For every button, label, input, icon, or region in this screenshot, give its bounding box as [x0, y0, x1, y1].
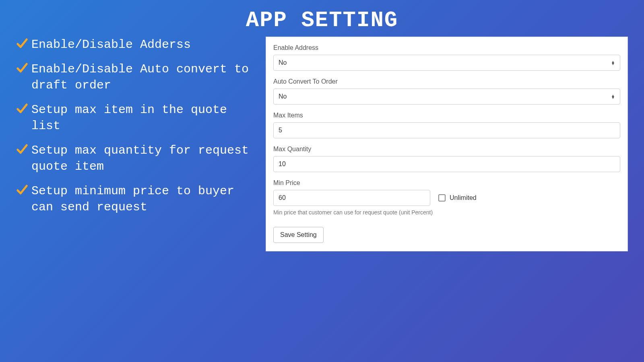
auto-convert-value: No — [279, 93, 287, 100]
feature-list: Enable/Disable Adderss Enable/Disable Au… — [16, 37, 258, 354]
check-icon — [16, 103, 28, 117]
enable-address-label: Enable Address — [273, 44, 620, 51]
check-icon — [16, 37, 28, 51]
auto-convert-select[interactable]: No ▲▼ — [273, 88, 620, 105]
feature-item: Enable/Disable Auto convert to draft ord… — [16, 61, 258, 94]
feature-item: Enable/Disable Adderss — [16, 37, 258, 53]
feature-item: Setup max item in the quote list — [16, 102, 258, 134]
enable-address-select[interactable]: No ▲▼ — [273, 55, 620, 71]
feature-item: Setup minimum price to buyer can send re… — [16, 183, 258, 216]
feature-text: Setup max item in the quote list — [31, 102, 258, 134]
min-price-help: Min price that customer can use for requ… — [273, 209, 620, 216]
save-setting-button[interactable]: Save Setting — [273, 227, 324, 243]
unlimited-checkbox[interactable] — [438, 194, 446, 202]
select-arrows-icon: ▲▼ — [611, 61, 615, 65]
feature-text: Enable/Disable Auto convert to draft ord… — [31, 61, 258, 94]
max-quantity-label: Max Quantity — [273, 146, 620, 153]
max-items-label: Max Items — [273, 112, 620, 119]
page-title: APP SETTING — [16, 8, 628, 33]
feature-text: Setup minimum price to buyer can send re… — [31, 183, 258, 216]
auto-convert-label: Auto Convert To Order — [273, 78, 620, 85]
feature-text: Enable/Disable Adderss — [31, 37, 191, 53]
settings-form: Enable Address No ▲▼ Auto Convert To Ord… — [266, 37, 628, 251]
enable-address-value: No — [279, 59, 287, 66]
unlimited-label: Unlimited — [450, 194, 477, 202]
max-quantity-input[interactable] — [273, 156, 620, 172]
max-items-input[interactable] — [273, 122, 620, 138]
check-icon — [16, 143, 28, 157]
feature-item: Setup max quantity for request quote ite… — [16, 142, 258, 175]
select-arrows-icon: ▲▼ — [611, 95, 615, 99]
check-icon — [16, 184, 28, 198]
min-price-input[interactable] — [273, 190, 430, 206]
feature-text: Setup max quantity for request quote ite… — [31, 142, 258, 175]
check-icon — [16, 62, 28, 76]
min-price-label: Min Price — [273, 179, 620, 187]
